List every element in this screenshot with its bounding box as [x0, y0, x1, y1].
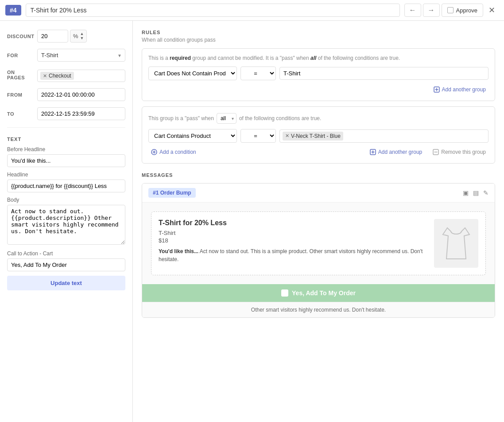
- rule-row-1: Cart Does Not Contain Product =: [148, 66, 488, 80]
- footer-right-buttons: Add another group Remove this group: [367, 147, 488, 157]
- discount-up-arrow[interactable]: ▲: [80, 32, 84, 36]
- rule-2-value-field[interactable]: ✕ V-Neck T-Shirt - Blue: [279, 129, 488, 143]
- text-section-title: TEXT: [7, 137, 125, 142]
- item-number: #4: [5, 5, 21, 16]
- cta-label: Call to Action - Cart: [7, 250, 125, 257]
- add-condition-button[interactable]: Add a condition: [148, 147, 199, 157]
- messages-title: MESSAGES: [142, 172, 495, 178]
- rule-group-2: This group is a "pass" when all of the f…: [142, 106, 495, 164]
- product-title: T-Shirt for 20% Less: [159, 219, 428, 227]
- for-select[interactable]: T-Shirt: [37, 49, 125, 62]
- text-section: TEXT Before Headline Headline Body Act n…: [7, 137, 125, 290]
- to-input[interactable]: [37, 107, 125, 120]
- product-name: T-Shirt: [159, 230, 428, 236]
- title-input[interactable]: [26, 4, 400, 17]
- add-another-group-btn-1[interactable]: Add another group: [431, 85, 488, 94]
- approve-checkbox: [447, 7, 454, 13]
- order-bump-header: #1 Order Bump ▣ ▤ ✎: [142, 184, 495, 203]
- bump-icons: ▣ ▤ ✎: [463, 189, 488, 196]
- checkout-tag-remove[interactable]: ✕: [43, 73, 47, 79]
- to-row: TO: [7, 107, 125, 120]
- order-bump-card: #1 Order Bump ▣ ▤ ✎ T-Shirt for 20% Less: [142, 183, 495, 318]
- discount-down-arrow[interactable]: ▼: [80, 36, 84, 40]
- product-price: $18: [159, 237, 428, 244]
- rule-row-2: Cart Contains Product = ✕ V-Neck T-Shirt…: [148, 129, 488, 143]
- checkout-tag-label: Checkout: [49, 73, 71, 79]
- rule-2-tag-remove[interactable]: ✕: [285, 133, 289, 139]
- pass-condition-select[interactable]: all: [217, 113, 236, 124]
- add-group-icon-1: [434, 86, 440, 93]
- rule-1-operator-select[interactable]: =: [240, 66, 276, 80]
- discount-input[interactable]: [37, 30, 68, 43]
- product-desc-text: Act now to stand out. This is a simple p…: [159, 248, 423, 262]
- desktop-icon[interactable]: ▣: [463, 189, 469, 196]
- discount-pct-symbol: %: [73, 33, 78, 39]
- update-text-button[interactable]: Update text: [7, 276, 125, 290]
- product-image: [434, 219, 478, 268]
- cta-checkbox: [281, 289, 288, 297]
- rule-group-1-footer: Add another group: [148, 85, 488, 94]
- rule-1-value-input[interactable]: [279, 67, 488, 80]
- content-area: DISCOUNT % ▲ ▼ FOR T-: [0, 21, 504, 422]
- app-header: #4 ← → Approve ✕: [0, 0, 504, 21]
- rule-2-operator-select[interactable]: =: [240, 129, 276, 143]
- order-bump-badge: #1 Order Bump: [148, 188, 196, 198]
- remove-group-icon: [433, 149, 439, 155]
- before-headline-label: Before Headline: [7, 146, 125, 152]
- headline-input[interactable]: [7, 180, 125, 192]
- product-info: T-Shirt for 20% Less T-Shirt $18 You'd l…: [159, 219, 428, 268]
- divider-1: [7, 127, 125, 128]
- discount-field: % ▲ ▼: [37, 30, 87, 43]
- order-bump-footer-text: Other smart visitors highly recommend us…: [251, 307, 386, 313]
- messages-section: MESSAGES #1 Order Bump ▣ ▤ ✎: [142, 172, 495, 318]
- rule-group-2-header: This group is a "pass" when all of the f…: [148, 113, 488, 124]
- close-button[interactable]: ✕: [485, 4, 499, 17]
- order-bump-body: T-Shirt for 20% Less T-Shirt $18 You'd l…: [142, 203, 495, 284]
- header-nav: ← → Approve ✕: [404, 4, 499, 17]
- for-row: FOR T-Shirt ▼: [7, 49, 125, 62]
- rules-subtitle: When all condition groups pass: [142, 37, 495, 43]
- remove-group-button[interactable]: Remove this group: [430, 147, 488, 157]
- product-image-placeholder: [434, 219, 478, 268]
- from-label: FROM: [7, 92, 34, 98]
- to-label: TO: [7, 111, 34, 117]
- from-input[interactable]: [37, 88, 125, 101]
- on-pages-label: ON PAGES: [7, 70, 34, 80]
- prev-button[interactable]: ←: [404, 4, 421, 17]
- tshirt-image: [438, 223, 474, 263]
- rules-section: RULES When all condition groups pass Thi…: [142, 30, 495, 164]
- from-row: FROM: [7, 88, 125, 101]
- pass-when-text: This group is a "pass" when: [148, 115, 214, 121]
- add-another-group-btn-2[interactable]: Add another group: [367, 147, 425, 157]
- cta-input[interactable]: [7, 258, 125, 271]
- edit-icon[interactable]: ✎: [483, 189, 488, 196]
- next-button[interactable]: →: [423, 4, 440, 17]
- rule-2-tag-label: V-Neck T-Shirt - Blue: [291, 133, 341, 139]
- cta-text: Yes, Add To My Order: [292, 289, 356, 297]
- order-bump-footer: Other smart visitors highly recommend us…: [142, 302, 495, 317]
- pass-condition-wrap: all: [217, 113, 236, 124]
- rule-1-condition-select[interactable]: Cart Does Not Contain Product: [148, 66, 237, 80]
- approve-label: Approve: [456, 7, 477, 14]
- order-bump-cta-button[interactable]: Yes, Add To My Order: [142, 284, 495, 302]
- discount-arrows: ▲ ▼: [80, 32, 84, 40]
- mobile-icon[interactable]: ▤: [473, 189, 479, 196]
- add-condition-label: Add a condition: [159, 149, 196, 155]
- add-another-group-label-1: Add another group: [442, 86, 486, 93]
- before-headline-input[interactable]: [7, 154, 125, 167]
- discount-row: DISCOUNT % ▲ ▼: [7, 30, 125, 43]
- body-textarea[interactable]: Act now to stand out. {{product.descript…: [7, 205, 125, 245]
- discount-label: DISCOUNT: [7, 34, 34, 39]
- rule-2-condition-select[interactable]: Cart Contains Product: [148, 129, 237, 143]
- checkout-tag: ✕ Checkout: [40, 72, 74, 80]
- discount-pct-control: % ▲ ▼: [70, 30, 87, 43]
- on-pages-input[interactable]: ✕ Checkout: [37, 70, 125, 82]
- for-label: FOR: [7, 53, 34, 58]
- for-select-wrapper: T-Shirt ▼: [37, 49, 125, 62]
- left-panel: DISCOUNT % ▲ ▼ FOR T-: [0, 21, 133, 422]
- rule-group-1-header: This is a required group and cannot be m…: [148, 55, 488, 61]
- approve-button[interactable]: Approve: [442, 4, 483, 17]
- product-desc-bold: You'd like this...: [159, 248, 198, 254]
- right-panel: RULES When all condition groups pass Thi…: [133, 21, 504, 422]
- add-condition-icon: [151, 149, 157, 155]
